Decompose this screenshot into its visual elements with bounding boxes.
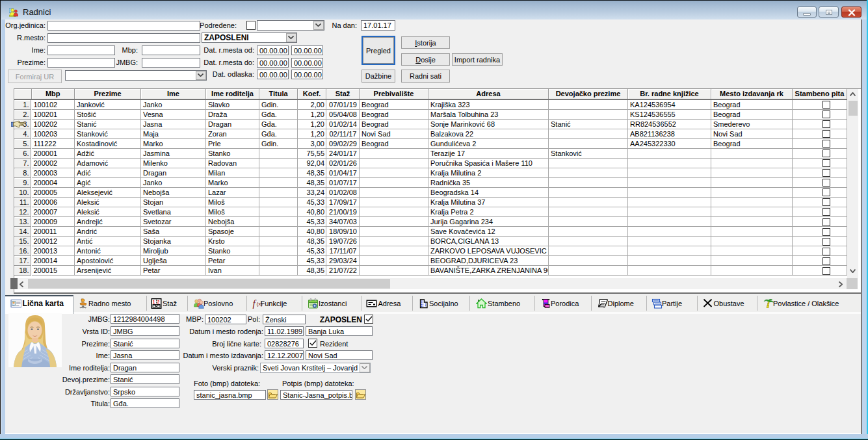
svg-text:1: 1: [152, 300, 155, 304]
svg-text:2: 2: [157, 300, 159, 304]
